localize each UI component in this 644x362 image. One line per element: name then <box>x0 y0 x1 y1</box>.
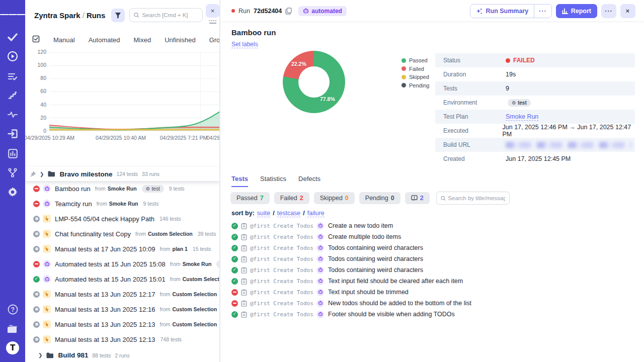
check-icon[interactable] <box>0 31 25 44</box>
help-circle-icon[interactable]: ? <box>0 303 25 316</box>
app-logo[interactable]: T <box>0 341 25 354</box>
close-run-button[interactable]: × <box>620 4 635 18</box>
sort-by-suite[interactable]: suite <box>257 210 270 217</box>
run-list-item[interactable]: Manual tests at 13 Jun 2025 12:13 from ⚙… <box>25 332 220 347</box>
activity-icon[interactable] <box>0 108 25 121</box>
import-icon[interactable] <box>0 127 25 140</box>
test-name[interactable]: Todos containing weird characters <box>328 244 423 251</box>
test-plan-link[interactable]: Smoke Run <box>506 113 538 121</box>
set-labels-link[interactable]: Set labels <box>231 41 258 48</box>
report-button[interactable]: Report <box>556 4 597 18</box>
run-list-item[interactable]: Chat functinality test Copy from Custom … <box>25 226 220 241</box>
legend-item[interactable]: Skipped <box>401 74 429 80</box>
chevron-right-icon[interactable]: ❯ <box>40 171 44 177</box>
test-list-item[interactable]: @first Create Todos... New todos should … <box>221 298 644 309</box>
chevron-right-icon[interactable]: ❯ <box>38 352 42 358</box>
test-list-item[interactable]: @first Create Todos... Todos containing … <box>221 264 644 276</box>
run-summary-more-button[interactable]: ··· <box>534 5 551 18</box>
project-name[interactable]: Zyntra Spark <box>34 11 80 20</box>
filter-button[interactable] <box>111 9 125 22</box>
test-filter-pill[interactable]: Pending 0 <box>359 192 400 204</box>
test-suite[interactable]: @first Create Todos... <box>250 278 313 285</box>
test-list-item[interactable]: @first Create Todos... Todos containing … <box>221 242 644 253</box>
gear-icon[interactable] <box>0 186 25 199</box>
steps-icon[interactable] <box>0 88 25 102</box>
manual-run-icon <box>43 320 51 328</box>
projects-folder-icon[interactable] <box>0 322 25 335</box>
test-name[interactable]: Text input should be trimmed <box>328 289 409 296</box>
run-list-item[interactable]: Bamboo run from Smoke Run ⚙test 9 tests <box>25 181 220 196</box>
test-search-input[interactable] <box>448 195 505 201</box>
legend-item[interactable]: Pending <box>401 82 429 88</box>
run-list-item[interactable]: Automated tests at 15 Jun 2025 15:08 fro… <box>25 256 220 272</box>
donut-chart[interactable]: 22.2% 77.8% <box>283 51 345 113</box>
runs-search[interactable] <box>129 8 203 22</box>
run-summary-button[interactable]: Run Summary <box>470 5 534 18</box>
environment-badge[interactable]: ⚙test <box>142 185 164 193</box>
test-suite[interactable]: @first Create Todos... <box>250 289 313 296</box>
test-list-item[interactable]: @first Create Todos... Footer should be … <box>221 309 644 320</box>
test-filter-pill[interactable]: Failed 2 <box>274 192 309 204</box>
run-filter-tab[interactable]: Unfinished <box>165 36 195 44</box>
run-list-item[interactable]: Automated tests at 15 Jun 2025 15:01 fro… <box>25 272 220 287</box>
test-name[interactable]: Todos containing weird characters <box>328 255 423 262</box>
test-suite[interactable]: @first Create Todos... <box>250 300 313 307</box>
panel-collapse-icon[interactable] <box>209 20 216 24</box>
tab-tests[interactable]: Tests <box>231 175 248 187</box>
automated-badge[interactable]: automated <box>298 6 347 16</box>
test-suite[interactable]: @first Create Todos... <box>250 311 313 318</box>
sort-by-testcase[interactable]: testcase <box>277 210 301 217</box>
runs-history-chart[interactable] <box>49 52 220 131</box>
bar-chart-icon[interactable] <box>0 147 25 160</box>
test-list-item[interactable]: @first Create Todos... Text input field … <box>221 276 644 287</box>
menu-icon[interactable] <box>0 8 25 21</box>
test-search[interactable] <box>436 192 510 205</box>
test-suite[interactable]: @first Create Todos... <box>250 234 313 240</box>
run-list-item[interactable]: Manual tests at 13 Jun 2025 12:13 from C… <box>25 317 220 332</box>
test-suite[interactable]: @first Create Todos... <box>250 223 313 229</box>
run-list-item[interactable]: Manual tests at 17 Jun 2025 10:09 from p… <box>25 241 220 256</box>
test-list-item[interactable]: @first Create Todos... Create a new todo… <box>221 220 644 231</box>
comments-filter-pill[interactable]: 2 <box>405 192 430 204</box>
select-checkbox-icon[interactable] <box>32 35 40 45</box>
test-name[interactable]: Footer should be visible when adding TOD… <box>328 311 455 318</box>
build-url-redacted[interactable] <box>506 142 631 148</box>
test-filter-pill[interactable]: Skipped 0 <box>314 192 355 204</box>
test-name[interactable]: Create a new todo item <box>328 222 393 229</box>
environment-badge[interactable]: ⚙test <box>216 260 220 268</box>
test-suite[interactable]: @first Create Todos... <box>250 256 313 262</box>
tab-defects[interactable]: Defects <box>298 175 320 187</box>
test-list-item[interactable]: @first Create Todos... Todos containing … <box>221 253 644 264</box>
run-list-item[interactable]: LMP-554 05/04 check Happy Path from ⚙ 14… <box>25 211 220 226</box>
test-name[interactable]: New todos should be added to the bottom … <box>328 300 471 307</box>
test-filter-pill[interactable]: Passed 7 <box>230 192 270 204</box>
run-filter-tab[interactable]: Automated <box>89 36 120 44</box>
tab-statistics[interactable]: Statistics <box>260 175 286 187</box>
test-suite[interactable]: @first Create Todos... <box>250 245 313 251</box>
test-name[interactable]: Create multiple todo items <box>328 233 401 240</box>
folder-row[interactable]: ❯ Build 981 88 tests 2 runs <box>25 348 220 362</box>
list-check-icon[interactable] <box>0 70 25 83</box>
run-filter-tab[interactable]: Groups <box>209 36 220 44</box>
run-list-item[interactable]: Teamcity run from Smoke Run ⚙ 9 tests <box>25 196 220 211</box>
environment-badge[interactable]: ⚙test <box>508 99 531 107</box>
test-list-item[interactable]: @first Create Todos... Text input should… <box>221 287 644 298</box>
run-list-item[interactable]: Manual tests at 13 Jun 2025 12:16 from C… <box>25 302 220 317</box>
run-filter-tab[interactable]: Manual <box>53 36 75 44</box>
milestone-row[interactable]: ❯ Bravo milestone 124 tests 33 runs <box>25 167 220 181</box>
test-list-item[interactable]: @first Create Todos... Create multiple t… <box>221 231 644 242</box>
runs-search-input[interactable] <box>142 12 198 18</box>
legend-item[interactable]: Failed <box>401 66 429 72</box>
test-name[interactable]: Todos containing weird characters <box>328 266 423 274</box>
play-circle-icon[interactable] <box>0 50 25 63</box>
branch-icon[interactable] <box>0 166 25 179</box>
more-actions-button[interactable]: ··· <box>601 4 616 18</box>
legend-item[interactable]: Passed <box>401 57 429 63</box>
run-filter-tab[interactable]: Mixed <box>134 36 151 44</box>
run-list-item[interactable]: Manual tests at 13 Jun 2025 12:17 from C… <box>25 287 220 302</box>
test-name[interactable]: Text input field should be cleared after… <box>328 278 463 285</box>
test-suite[interactable]: @first Create Todos... <box>250 267 313 274</box>
sort-by-failure[interactable]: failure <box>307 210 325 217</box>
copy-icon[interactable] <box>285 8 292 15</box>
panel-close-button[interactable]: × <box>206 4 219 18</box>
